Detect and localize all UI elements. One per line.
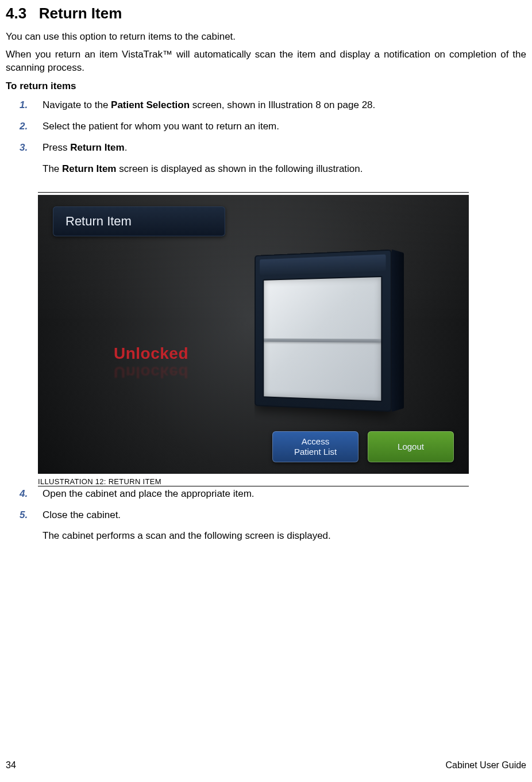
access-patient-list-line1: Access	[302, 436, 329, 446]
screen-title-bar: Return Item	[53, 206, 225, 236]
caption-num: 12:	[93, 477, 109, 486]
unlocked-status: Unlocked	[114, 344, 188, 363]
screen-title-text: Return Item	[65, 214, 132, 229]
step-3-bold: Return Item	[70, 142, 124, 153]
step-2-body: Select the patient for whom you want to …	[43, 120, 526, 133]
steps-list-continued: 4. Open the cabinet and place the approp…	[20, 488, 526, 543]
step-3-pre: Press	[43, 142, 70, 153]
page-footer: 34 Cabinet User Guide	[6, 760, 526, 770]
step-5-number: 5.	[20, 509, 43, 543]
step-1: 1. Navigate to the Patient Selection scr…	[20, 99, 526, 112]
section-number: 4.3	[6, 5, 26, 22]
step-4-body: Open the cabinet and place the appropria…	[43, 488, 526, 501]
procedure-heading: To return items	[6, 80, 526, 92]
figure-bottom-rule	[38, 486, 469, 486]
figure-top-rule	[38, 192, 469, 193]
step-1-bold: Patient Selection	[111, 99, 190, 110]
page-number: 34	[6, 760, 16, 770]
step-3-detail-bold: Return Item	[62, 163, 116, 174]
caption-w2: ETURN ITEM	[114, 477, 161, 486]
step-3-detail-post: screen is displayed as shown in the foll…	[117, 163, 363, 174]
document-title: Cabinet User Guide	[445, 760, 526, 770]
intro-paragraph-1: You can use this option to return items …	[6, 30, 526, 44]
step-3-body: Press Return Item. The Return Item scree…	[43, 141, 526, 176]
step-5: 5. Close the cabinet. The cabinet perfor…	[20, 509, 526, 543]
step-5-text: Close the cabinet.	[43, 509, 121, 520]
steps-list: 1. Navigate to the Patient Selection scr…	[20, 99, 526, 176]
caption-r: R	[109, 477, 114, 486]
step-1-body: Navigate to the Patient Selection screen…	[43, 99, 526, 112]
step-1-pre: Navigate to the	[43, 99, 111, 110]
section-title: Return Item	[39, 5, 122, 22]
step-4: 4. Open the cabinet and place the approp…	[20, 488, 526, 501]
step-5-detail: The cabinet performs a scan and the foll…	[43, 530, 526, 543]
step-2: 2. Select the patient for whom you want …	[20, 120, 526, 133]
section-heading: 4.3 Return Item	[6, 5, 526, 22]
intro-paragraph-2: When you return an item VistaTrak™ will …	[6, 48, 526, 75]
step-2-number: 2.	[20, 120, 43, 133]
cabinet-icon	[255, 249, 392, 412]
access-patient-list-button[interactable]: Access Patient List	[272, 431, 358, 462]
step-3: 3. Press Return Item. The Return Item sc…	[20, 141, 526, 176]
caption-w1: LLUSTRATION	[40, 477, 93, 486]
step-3-post: .	[125, 142, 128, 153]
logout-button-label: Logout	[398, 442, 424, 451]
step-3-detail: The Return Item screen is displayed as s…	[43, 163, 526, 176]
step-1-post: screen, shown in Illustration 8 on page …	[190, 99, 375, 110]
access-patient-list-line2: Patient List	[294, 447, 337, 457]
step-3-detail-pre: The	[43, 163, 62, 174]
step-5-body: Close the cabinet. The cabinet performs …	[43, 509, 526, 543]
logout-button[interactable]: Logout	[368, 431, 454, 462]
unlocked-status-reflection-icon: Unlocked	[114, 363, 188, 381]
return-item-screen: Return Item Unlocked Unlocked Access Pat…	[38, 195, 469, 474]
step-4-number: 4.	[20, 488, 43, 501]
step-3-number: 3.	[20, 141, 43, 176]
figure-wrap: Return Item Unlocked Unlocked Access Pat…	[38, 192, 469, 486]
illustration-caption: ILLUSTRATION 12: RETURN ITEM	[38, 477, 469, 486]
step-1-number: 1.	[20, 99, 43, 112]
